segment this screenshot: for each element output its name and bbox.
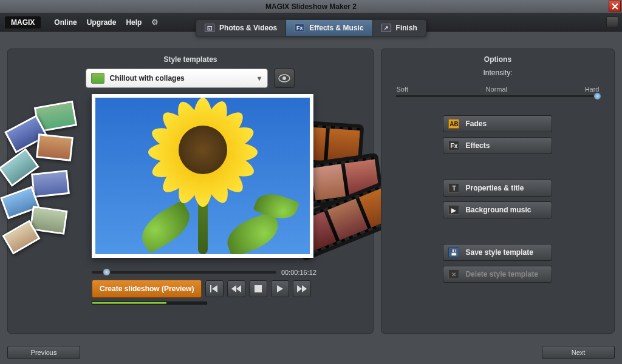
- intensity-soft-label: Soft: [396, 86, 408, 93]
- window-title: MAGIX Slideshow Maker 2: [265, 2, 357, 11]
- style-template-selected: Chillout with collages: [109, 74, 184, 83]
- preview-style-button[interactable]: [274, 69, 295, 88]
- svg-marker-7: [277, 285, 283, 292]
- effects-button[interactable]: Fx Effects: [443, 137, 552, 154]
- play-icon: [276, 285, 284, 292]
- preview-image: [95, 98, 310, 254]
- title-icon: T: [448, 183, 459, 193]
- skip-start-icon: [210, 285, 219, 292]
- svg-point-1: [282, 76, 286, 80]
- preview-frame: [92, 94, 313, 258]
- intensity-slider[interactable]: [396, 95, 599, 97]
- delete-style-template-button: ✕ Delete style template: [443, 266, 552, 283]
- rewind-button[interactable]: [227, 280, 245, 297]
- fades-label: Fades: [465, 120, 487, 128]
- collage-icon: [91, 73, 104, 84]
- svg-marker-9: [302, 285, 307, 292]
- left-panel-title: Style templates: [14, 55, 367, 64]
- scrubber-handle[interactable]: [103, 268, 111, 276]
- finish-icon: ↗: [381, 24, 391, 32]
- tab-effects-music[interactable]: Fx Effects & Music: [286, 20, 372, 36]
- timecode: 00:00:16:12: [281, 269, 316, 276]
- intensity-scale-labels: Soft Normal Hard: [396, 86, 599, 93]
- brand-logo: MAGIX: [5, 16, 41, 29]
- photo-collage-decoration: [8, 100, 99, 258]
- style-template-dropdown[interactable]: Chillout with collages ▾: [86, 69, 268, 88]
- style-templates-panel: Style templates Chillout with collages ▾: [7, 49, 374, 334]
- title-bar: MAGIX Slideshow Maker 2: [0, 0, 622, 13]
- delete-icon: ✕: [448, 269, 459, 279]
- intensity-slider-handle[interactable]: [593, 92, 601, 100]
- tab-photos-videos[interactable]: ◱ Photos & Videos: [196, 20, 286, 36]
- properties-label: Properties & title: [465, 184, 524, 192]
- fast-forward-button[interactable]: [293, 280, 311, 297]
- save-style-template-button[interactable]: 💾 Save style template: [443, 244, 552, 261]
- photo-icon: ◱: [205, 24, 214, 32]
- play-button[interactable]: [271, 280, 289, 297]
- bgmusic-label: Background music: [465, 206, 531, 214]
- fades-button[interactable]: AB Fades: [443, 115, 552, 132]
- stop-icon: [255, 285, 262, 292]
- fades-icon: AB: [448, 119, 459, 129]
- close-button[interactable]: [609, 1, 621, 12]
- chevron-down-icon: ▾: [258, 74, 261, 83]
- next-button[interactable]: Next: [542, 346, 615, 359]
- menu-upgrade[interactable]: Upgrade: [83, 16, 120, 29]
- effects-label: Effects: [465, 141, 490, 150]
- intensity-normal-label: Normal: [486, 86, 507, 93]
- preview-area: [14, 94, 367, 264]
- svg-marker-8: [297, 285, 302, 292]
- tab-finish-label: Finish: [396, 24, 417, 32]
- background-music-button[interactable]: ▶ Background music: [443, 201, 552, 218]
- timeline-scrubber[interactable]: [92, 271, 276, 274]
- svg-marker-5: [236, 285, 241, 292]
- svg-rect-2: [210, 285, 211, 292]
- eye-icon: [278, 74, 290, 83]
- skip-start-button[interactable]: [205, 280, 224, 297]
- tab-finish[interactable]: ↗ Finish: [373, 20, 426, 36]
- tab-photos-label: Photos & Videos: [219, 24, 277, 32]
- rewind-icon: [231, 285, 241, 292]
- workflow-tabs: ◱ Photos & Videos Fx Effects & Music ↗ F…: [196, 19, 426, 36]
- window-menu-button[interactable]: [606, 16, 618, 27]
- delete-style-label: Delete style template: [465, 270, 538, 278]
- svg-marker-4: [231, 285, 236, 292]
- svg-marker-3: [212, 285, 217, 292]
- save-style-label: Save style template: [465, 248, 533, 257]
- speaker-icon: ▶: [448, 205, 459, 215]
- previous-button[interactable]: Previous: [7, 346, 80, 359]
- properties-title-button[interactable]: T Properties & title: [443, 180, 552, 197]
- tab-effects-label: Effects & Music: [309, 24, 363, 32]
- footer-nav: Previous Next: [7, 346, 615, 359]
- save-icon: 💾: [448, 248, 459, 257]
- svg-rect-6: [255, 285, 262, 292]
- menu-online[interactable]: Online: [50, 16, 80, 29]
- fast-forward-icon: [297, 285, 307, 292]
- effects-icon: Fx: [448, 141, 459, 150]
- menu-help[interactable]: Help: [122, 16, 145, 29]
- options-panel: Options Intensity: Soft Normal Hard AB F…: [381, 49, 615, 334]
- create-slideshow-button[interactable]: Create slideshow (Preview): [92, 280, 202, 298]
- right-panel-title: Options: [484, 55, 511, 64]
- render-progress: [92, 302, 207, 305]
- tooltip-icon[interactable]: ⚙: [151, 18, 159, 27]
- stop-button[interactable]: [249, 280, 267, 297]
- intensity-caption: Intensity:: [483, 69, 512, 77]
- fx-icon: Fx: [295, 24, 304, 32]
